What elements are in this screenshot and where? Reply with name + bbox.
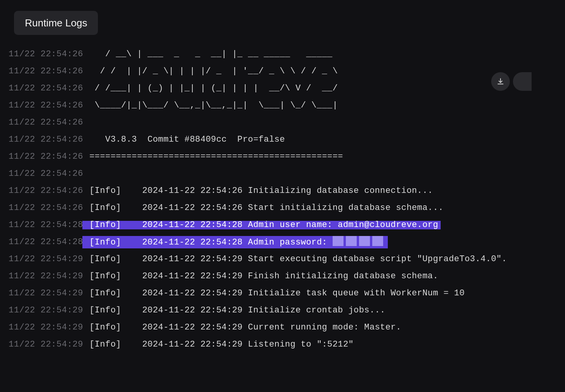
log-line: 11/22 22:54:28[Info] 2024-11-22 22:54:28… <box>9 217 565 234</box>
tab-runtime-logs[interactable]: Runtime Logs <box>14 11 98 35</box>
log-message: [Info] 2024-11-22 22:54:28 Admin user na… <box>82 221 441 229</box>
log-line: 11/22 22:54:29[Info] 2024-11-22 22:54:29… <box>9 268 565 285</box>
log-line: 11/22 22:54:26 / __\ | ___ _ _ __| |_ __… <box>9 46 565 63</box>
log-timestamp: 11/22 22:54:29 <box>9 323 82 332</box>
download-icon <box>496 77 505 86</box>
log-timestamp: 11/22 22:54:29 <box>9 340 82 349</box>
log-message: / /___| | (_) | |_| | (_| | | | __/\ V /… <box>82 84 338 93</box>
log-line: 11/22 22:54:26 / / | |/ _ \| | | |/ _ | … <box>9 63 565 80</box>
log-timestamp: 11/22 22:54:26 <box>9 153 82 161</box>
log-message: [Info] 2024-11-22 22:54:29 Start executi… <box>82 255 507 264</box>
log-line: 11/22 22:54:26 <box>9 165 565 182</box>
log-output: 11/22 22:54:26 / __\ | ___ _ _ __| |_ __… <box>0 35 565 353</box>
log-message: [Info] 2024-11-22 22:54:26 Start initial… <box>82 204 443 212</box>
log-timestamp: 11/22 22:54:26 <box>9 101 82 110</box>
log-timestamp: 11/22 22:54:26 <box>9 204 82 212</box>
log-message: ========================================… <box>82 153 343 161</box>
log-line: 11/22 22:54:29[Info] 2024-11-22 22:54:29… <box>9 251 565 268</box>
log-message: [Info] 2024-11-22 22:54:29 Initialize cr… <box>82 306 385 315</box>
log-timestamp: 11/22 22:54:26 <box>9 67 82 76</box>
log-message: [Info] 2024-11-22 22:54:29 Finish initia… <box>82 272 438 281</box>
download-button[interactable] <box>491 72 510 91</box>
log-line: 11/22 22:54:26 / /___| | (_) | |_| | (_|… <box>9 80 565 97</box>
log-timestamp: 11/22 22:54:29 <box>9 289 82 298</box>
redacted-password <box>333 236 385 248</box>
log-timestamp: 11/22 22:54:28 <box>9 238 82 246</box>
log-line: 11/22 22:54:26 \____/|_|\___/ \__,_|\__,… <box>9 97 565 114</box>
log-timestamp: 11/22 22:54:26 <box>9 50 82 59</box>
log-line: 11/22 22:54:28[Info] 2024-11-22 22:54:28… <box>9 234 565 251</box>
log-line: 11/22 22:54:29[Info] 2024-11-22 22:54:29… <box>9 336 565 353</box>
log-line: 11/22 22:54:26 <box>9 114 565 131</box>
log-message: [Info] 2024-11-22 22:54:29 Initialize ta… <box>82 289 465 298</box>
log-line: 11/22 22:54:26 V3.8.3 Commit #88409cc Pr… <box>9 131 565 148</box>
log-line: 11/22 22:54:26==========================… <box>9 148 565 165</box>
log-timestamp: 11/22 22:54:29 <box>9 306 82 315</box>
log-timestamp: 11/22 22:54:28 <box>9 221 82 229</box>
log-message: / / | |/ _ \| | | |/ _ | '__/ _ \ \ / / … <box>82 67 338 76</box>
log-message: \____/|_|\___/ \__,_|\__,_|_| \___| \_/ … <box>82 101 338 110</box>
log-timestamp: 11/22 22:54:26 <box>9 170 82 178</box>
log-message: [Info] 2024-11-22 22:54:29 Listening to … <box>82 340 354 349</box>
log-timestamp: 11/22 22:54:29 <box>9 255 82 264</box>
log-timestamp: 11/22 22:54:29 <box>9 272 82 281</box>
log-line: 11/22 22:54:26[Info] 2024-11-22 22:54:26… <box>9 182 565 199</box>
log-line: 11/22 22:54:29[Info] 2024-11-22 22:54:29… <box>9 285 565 302</box>
log-timestamp: 11/22 22:54:26 <box>9 135 82 144</box>
log-line: 11/22 22:54:26[Info] 2024-11-22 22:54:26… <box>9 199 565 217</box>
log-message: V3.8.3 Commit #88409cc Pro=false <box>82 135 285 144</box>
log-timestamp: 11/22 22:54:26 <box>9 84 82 93</box>
log-message: [Info] 2024-11-22 22:54:29 Current runni… <box>82 323 401 332</box>
log-message: / __\ | ___ _ _ __| |_ __ _____ _____ <box>82 50 333 59</box>
log-timestamp: 11/22 22:54:26 <box>9 187 82 195</box>
log-line: 11/22 22:54:29[Info] 2024-11-22 22:54:29… <box>9 319 565 336</box>
secondary-action-button[interactable] <box>513 72 532 91</box>
log-message: [Info] 2024-11-22 22:54:28 Admin passwor… <box>82 236 388 248</box>
tab-bar: Runtime Logs <box>0 0 565 35</box>
log-line: 11/22 22:54:29[Info] 2024-11-22 22:54:29… <box>9 302 565 319</box>
log-timestamp: 11/22 22:54:26 <box>9 118 82 127</box>
log-message: [Info] 2024-11-22 22:54:26 Initializing … <box>82 187 433 195</box>
